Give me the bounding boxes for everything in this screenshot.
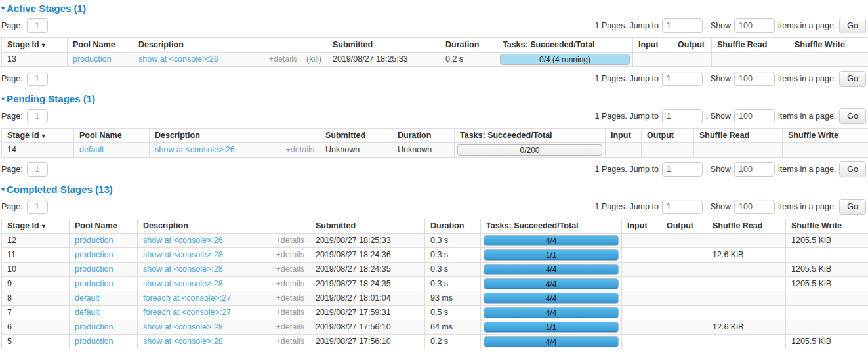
go-button[interactable]: Go <box>839 18 866 33</box>
output-cell <box>661 306 707 320</box>
column-header-stage-id[interactable]: Stage Id▾ <box>2 38 68 53</box>
pool-name-link[interactable]: production <box>73 54 111 64</box>
section-title-completed-stages[interactable]: ▾Completed Stages (13) <box>1 184 867 195</box>
pool-name-link[interactable]: production <box>75 236 113 245</box>
jump-to-page-input[interactable] <box>662 109 703 123</box>
items-per-page-input[interactable] <box>734 72 775 86</box>
column-header-input[interactable]: Input <box>622 219 661 234</box>
description-link[interactable]: show at <console>:28 <box>143 265 223 274</box>
column-header-description[interactable]: Description <box>133 38 327 53</box>
jump-to-page-input[interactable] <box>662 72 703 86</box>
description-link[interactable]: show at <console>:28 <box>143 337 223 347</box>
page-number-input[interactable] <box>27 162 48 177</box>
jump-to-page-input[interactable] <box>662 200 703 214</box>
page-number-input[interactable] <box>27 200 48 214</box>
items-per-page-input[interactable] <box>734 18 775 33</box>
column-header-stage-id[interactable]: Stage Id▾ <box>2 129 74 143</box>
pages-count-text: 1 Pages. Jump to <box>595 165 659 174</box>
tasks-cell: 4/4 <box>481 277 622 291</box>
column-header-submitted[interactable]: Submitted <box>310 219 425 234</box>
column-header-submitted[interactable]: Submitted <box>320 129 392 143</box>
task-progress-label: 4/4 <box>484 337 618 347</box>
description-link[interactable]: show at <console>:26 <box>138 54 218 64</box>
column-header-pool-name[interactable]: Pool Name <box>70 219 138 234</box>
pool-name-link[interactable]: default <box>75 308 100 317</box>
collapse-arrow-icon: ▾ <box>1 93 5 104</box>
column-header-duration[interactable]: Duration <box>392 129 455 143</box>
details-link[interactable]: +details <box>276 265 304 274</box>
task-progress-bar: 4/4 <box>484 293 619 304</box>
description-link[interactable]: show at <console>:28 <box>143 279 223 289</box>
column-header-shuffle-read[interactable]: Shuffle Read <box>694 129 783 143</box>
go-button[interactable]: Go <box>839 199 866 215</box>
items-per-page-input[interactable] <box>734 162 775 177</box>
task-progress-bar: 1/1 <box>484 249 619 261</box>
jump-to-page-input[interactable] <box>662 18 703 33</box>
section-title-pending-stages[interactable]: ▾Pending Stages (1) <box>1 93 867 104</box>
description-link[interactable]: show at <console>:26 <box>143 236 223 245</box>
pages-count-text: 1 Pages. Jump to <box>595 112 659 121</box>
details-link[interactable]: +details <box>286 145 314 155</box>
column-header-output[interactable]: Output <box>642 129 694 143</box>
task-progress-bar: 4/4 <box>484 278 619 289</box>
column-header-tasks[interactable]: Tasks: Succeeded/Total <box>481 219 622 234</box>
column-header-pool-name[interactable]: Pool Name <box>74 129 150 143</box>
page-number-input[interactable] <box>27 109 48 123</box>
pool-name-link[interactable]: production <box>75 250 113 259</box>
pool-name-link[interactable]: production <box>75 322 113 331</box>
column-header-input[interactable]: Input <box>606 129 642 143</box>
description-link[interactable]: show at <console>:28 <box>143 250 223 260</box>
go-button[interactable]: Go <box>839 71 866 87</box>
page-number-input[interactable] <box>27 72 48 86</box>
column-header-pool-name[interactable]: Pool Name <box>68 38 133 53</box>
details-link[interactable]: +details <box>276 279 304 289</box>
pool-name-link[interactable]: production <box>75 337 113 346</box>
pool-name-link[interactable]: production <box>75 265 113 274</box>
jump-to-page-input[interactable] <box>662 162 703 177</box>
items-per-page-input[interactable] <box>734 200 775 214</box>
description-link[interactable]: foreach at <console>:27 <box>143 293 231 303</box>
column-header-shuffle-read[interactable]: Shuffle Read <box>707 219 786 234</box>
column-header-description[interactable]: Description <box>138 219 310 234</box>
details-link[interactable]: +details <box>276 337 304 347</box>
description-link[interactable]: foreach at <console>:27 <box>143 308 231 318</box>
description-link[interactable]: show at <console>:26 <box>155 145 235 155</box>
stages-page: ▾Active Stages (1) Page: 1 Pages. Jump t… <box>0 0 868 349</box>
details-link[interactable]: +details <box>276 293 304 303</box>
column-header-output[interactable]: Output <box>661 219 707 234</box>
go-button[interactable]: Go <box>839 108 866 124</box>
details-link[interactable]: +details <box>276 250 304 260</box>
column-header-submitted[interactable]: Submitted <box>327 38 440 53</box>
items-per-page-input[interactable] <box>734 109 775 123</box>
details-link[interactable]: +details <box>269 54 297 64</box>
column-header-shuffle-write[interactable]: Shuffle Write <box>783 129 868 143</box>
column-header-input[interactable]: Input <box>633 38 672 53</box>
pool-name-link[interactable]: production <box>75 279 113 288</box>
pool-name-cell: default <box>74 143 150 158</box>
details-link[interactable]: +details <box>276 236 304 245</box>
stage-id-cell: 8 <box>2 291 70 306</box>
description-link[interactable]: show at <console>:28 <box>143 322 223 332</box>
pool-name-link[interactable]: default <box>75 293 100 303</box>
column-header-tasks[interactable]: Tasks: Succeeded/Total <box>455 129 606 143</box>
section-title-active-stages[interactable]: ▾Active Stages (1) <box>1 3 867 14</box>
column-header-tasks[interactable]: Tasks: Succeeded/Total <box>497 38 633 53</box>
items-per-page-text: items in a page. <box>778 202 836 211</box>
column-header-shuffle-write[interactable]: Shuffle Write <box>786 219 868 234</box>
column-header-shuffle-write[interactable]: Shuffle Write <box>789 38 868 53</box>
column-header-description[interactable]: Description <box>150 129 320 143</box>
go-button[interactable]: Go <box>839 161 866 177</box>
column-header-duration[interactable]: Duration <box>425 219 481 234</box>
table-row: 9productionshow at <console>:28+details2… <box>2 277 868 291</box>
details-link[interactable]: +details <box>276 308 304 318</box>
column-header-output[interactable]: Output <box>672 38 712 53</box>
column-header-duration[interactable]: Duration <box>440 38 497 53</box>
column-header-stage-id[interactable]: Stage Id▾ <box>2 219 70 234</box>
tasks-cell: 4/4 <box>481 291 622 306</box>
pool-name-link[interactable]: default <box>79 145 104 154</box>
details-link[interactable]: +details <box>276 322 304 332</box>
page-number-input[interactable] <box>27 18 48 33</box>
kill-link[interactable]: (kill) <box>306 54 321 64</box>
duration-cell: 0.3 s <box>425 234 481 248</box>
column-header-shuffle-read[interactable]: Shuffle Read <box>712 38 789 53</box>
